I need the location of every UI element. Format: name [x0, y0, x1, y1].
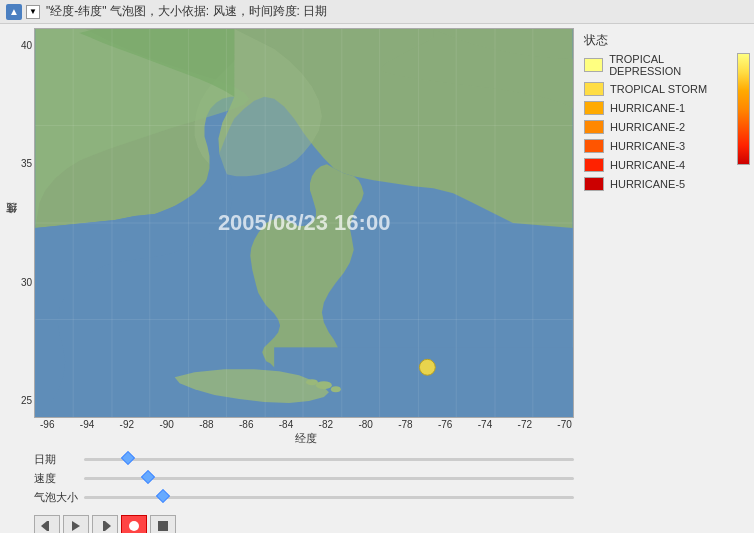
y-tick-25: 25 [21, 395, 32, 406]
bubble-size-handle[interactable] [155, 489, 169, 503]
x-tick: -90 [159, 419, 173, 430]
svg-rect-28 [158, 521, 168, 531]
legend-color-hurricane-4 [584, 158, 604, 172]
bubble-size-slider-row: 气泡大小 [34, 490, 574, 505]
dropdown-button[interactable]: ▼ [26, 5, 40, 19]
legend-color-tropical-storm [584, 82, 604, 96]
date-slider-label: 日期 [34, 452, 84, 467]
x-tick: -86 [239, 419, 253, 430]
title-bar: ▲ ▼ "经度-纬度" 气泡图，大小依据: 风速，时间跨度: 日期 [0, 0, 754, 24]
x-axis-label: 经度 [36, 431, 576, 446]
x-tick: -74 [478, 419, 492, 430]
legend-item-hurricane-4: HURRICANE-4 [584, 158, 733, 172]
svg-marker-25 [105, 521, 111, 531]
svg-point-3 [331, 386, 341, 392]
controls-panel: 日期 速度 气泡大小 [34, 452, 574, 509]
stop-button[interactable] [150, 515, 176, 533]
svg-rect-26 [103, 521, 105, 531]
legend-label-tropical-storm: TROPICAL STORM [610, 83, 707, 95]
bubble-size-slider-track[interactable] [84, 496, 574, 499]
x-tick: -84 [279, 419, 293, 430]
svg-rect-23 [47, 521, 49, 531]
legend-label-hurricane-4: HURRICANE-4 [610, 159, 685, 171]
x-tick: -70 [557, 419, 571, 430]
y-tick-30: 30 [21, 277, 32, 288]
x-tick: -92 [120, 419, 134, 430]
map-area: 2005/08/23 16:00 [34, 28, 574, 418]
legend-item-tropical-depression: TROPICAL DEPRESSION [584, 53, 733, 77]
legend-color-hurricane-2 [584, 120, 604, 134]
x-tick: -80 [358, 419, 372, 430]
speed-slider-track[interactable] [84, 477, 574, 480]
playback-controls [34, 515, 576, 533]
date-slider-row: 日期 [34, 452, 574, 467]
date-slider-track[interactable] [84, 458, 574, 461]
x-tick: -88 [199, 419, 213, 430]
x-tick: -72 [518, 419, 532, 430]
legend-label-hurricane-1: HURRICANE-1 [610, 102, 685, 114]
x-tick: -76 [438, 419, 452, 430]
play-button[interactable] [63, 515, 89, 533]
bubble-size-label: 气泡大小 [34, 490, 84, 505]
legend-item-hurricane-3: HURRICANE-3 [584, 139, 733, 153]
legend-label-hurricane-2: HURRICANE-2 [610, 121, 685, 133]
x-tick: -78 [398, 419, 412, 430]
speed-slider-label: 速度 [34, 471, 84, 486]
x-tick: -94 [80, 419, 94, 430]
svg-marker-24 [72, 521, 80, 531]
legend-item-tropical-storm: TROPICAL STORM [584, 82, 733, 96]
svg-point-27 [129, 521, 139, 531]
x-tick: -96 [40, 419, 54, 430]
legend-gradient-bar [737, 53, 750, 165]
y-tick-35: 35 [21, 158, 32, 169]
svg-marker-22 [41, 521, 47, 531]
y-tick-40: 40 [21, 40, 32, 51]
legend-color-tropical-depression [584, 58, 603, 72]
legend-label-hurricane-3: HURRICANE-3 [610, 140, 685, 152]
y-axis-label: 纬度 [4, 28, 19, 418]
forward-button[interactable] [92, 515, 118, 533]
speed-slider-row: 速度 [34, 471, 574, 486]
speed-slider-handle[interactable] [141, 470, 155, 484]
legend-label-tropical-depression: TROPICAL DEPRESSION [609, 53, 732, 77]
legend-panel: 状态 TROPICAL DEPRESSION TROPICAL STORM HU… [584, 32, 750, 533]
record-button[interactable] [121, 515, 147, 533]
legend-label-hurricane-5: HURRICANE-5 [610, 178, 685, 190]
legend-color-hurricane-1 [584, 101, 604, 115]
chart-icon: ▲ [6, 4, 22, 20]
date-slider-handle[interactable] [121, 451, 135, 465]
legend-color-hurricane-3 [584, 139, 604, 153]
legend-title: 状态 [584, 32, 750, 49]
legend-color-hurricane-5 [584, 177, 604, 191]
chart-title: "经度-纬度" 气泡图，大小依据: 风速，时间跨度: 日期 [46, 3, 327, 20]
rewind-button[interactable] [34, 515, 60, 533]
legend-item-hurricane-2: HURRICANE-2 [584, 120, 733, 134]
x-tick: -82 [319, 419, 333, 430]
legend-item-hurricane-1: HURRICANE-1 [584, 101, 733, 115]
legend-item-hurricane-5: HURRICANE-5 [584, 177, 733, 191]
svg-point-21 [420, 359, 436, 375]
